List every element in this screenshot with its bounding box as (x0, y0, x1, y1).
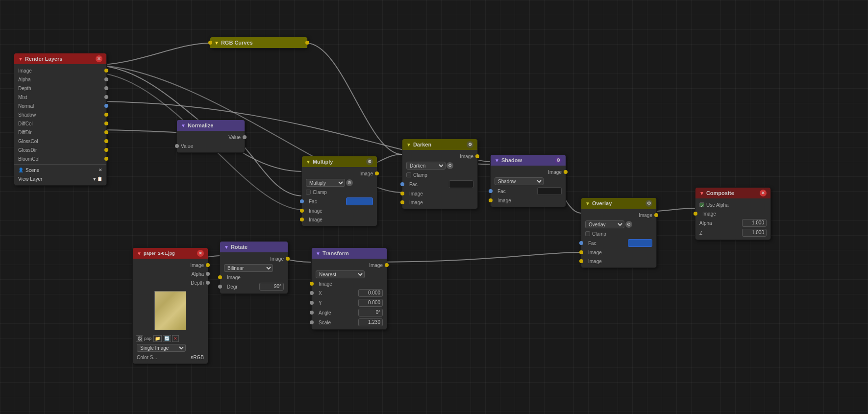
multiply-blend-icon[interactable]: ⚙ (346, 179, 353, 186)
multiply-clamp-checkbox[interactable] (306, 190, 311, 195)
output-alpha-socket[interactable] (104, 77, 108, 81)
output-glosscol-socket[interactable] (104, 139, 108, 143)
overlay-options-icon[interactable]: ⚙ (645, 200, 652, 207)
paper-btn1[interactable]: 📁 (153, 335, 162, 342)
paper-btn3[interactable]: ✕ (172, 335, 179, 342)
paper-btn2[interactable]: 🔄 (163, 335, 171, 342)
darken-fac-socket[interactable] (400, 182, 404, 186)
overlay-blend-icon[interactable]: ⚙ (625, 221, 632, 228)
multiply-clamp-row: Clamp (302, 188, 377, 196)
output-image-socket[interactable] (104, 69, 108, 73)
multiply-image3-socket[interactable] (300, 218, 304, 221)
darken-blend-dropdown[interactable]: Darken (406, 162, 446, 170)
shadow-image2-socket[interactable] (489, 198, 493, 202)
darken-image2-socket[interactable] (400, 192, 404, 195)
transform-y-socket[interactable] (310, 301, 314, 305)
output-shadow-socket[interactable] (104, 113, 108, 117)
darken-output-socket[interactable] (475, 154, 479, 158)
overlay-fac-label: Fac (588, 241, 628, 246)
composite-close-icon[interactable]: ✕ (760, 190, 767, 196)
scene-close-icon[interactable]: ✕ (99, 168, 102, 172)
paper-image-label: Image (137, 263, 204, 268)
transform-output-socket[interactable] (385, 263, 389, 267)
transform-angle-socket[interactable] (310, 311, 314, 315)
rotate-node: ▼ Rotate Image Bilinear Image Degr 90° (220, 241, 288, 294)
output-depth-row: Depth (14, 84, 106, 93)
overlay-image2-socket[interactable] (579, 250, 583, 254)
multiply-options-icon[interactable]: ⚙ (366, 158, 373, 165)
output-bloomcol-socket[interactable] (104, 157, 108, 161)
output-bloomcol-row: BloomCol (14, 154, 106, 163)
paper-source-dropdown[interactable]: Single Image (137, 344, 186, 352)
transform-x-socket[interactable] (310, 291, 314, 295)
paper-icon1[interactable]: 🖼 (136, 335, 143, 342)
scene-row: 👤 Scene ✕ (14, 166, 106, 174)
rgb-curves-node: ▼ RGB Curves (210, 37, 308, 49)
transform-filter-dropdown[interactable]: Nearest (316, 270, 365, 278)
multiply-image2-label: Image (309, 208, 373, 214)
darken-image3-socket[interactable] (400, 200, 404, 204)
shadow-shadow-dropdown[interactable]: Shadow (495, 177, 544, 185)
output-diffdir-socket[interactable] (104, 130, 108, 134)
multiply-image2-row: Image (302, 206, 377, 215)
paper-image-socket[interactable] (206, 263, 210, 267)
rgb-curves-input-socket[interactable] (208, 41, 212, 45)
multiply-fac-input[interactable]: 0.228 (346, 197, 373, 205)
output-normal-socket[interactable] (104, 104, 108, 108)
rgb-curves-output-socket[interactable] (305, 41, 309, 45)
shadow-fac-socket[interactable] (489, 189, 493, 193)
output-glossdir-socket[interactable] (104, 148, 108, 152)
overlay-output-socket[interactable] (654, 213, 658, 217)
paper-image-close-icon[interactable]: ✕ (197, 250, 204, 257)
output-depth-socket[interactable] (104, 86, 108, 90)
overlay-image3-socket[interactable] (579, 259, 583, 263)
rotate-output-socket[interactable] (286, 257, 290, 261)
transform-image-socket[interactable] (310, 282, 314, 286)
view-layer-icon[interactable]: 📋 (97, 176, 102, 181)
multiply-fac-socket[interactable] (300, 199, 304, 203)
output-image-row: Image (14, 66, 106, 75)
transform-scale-socket[interactable] (310, 320, 314, 324)
overlay-fac-socket[interactable] (579, 241, 583, 245)
multiply-fac-label: Fac (309, 199, 346, 204)
shadow-fac-input[interactable]: 0.100 (537, 187, 562, 195)
output-normal-label: Normal (18, 103, 102, 109)
output-diffcol-socket[interactable] (104, 122, 108, 125)
output-glossdir-label: GlossDir (18, 147, 102, 153)
darken-clamp-checkbox[interactable] (406, 172, 411, 177)
multiply-image2-socket[interactable] (300, 209, 304, 213)
overlay-image2-label: Image (588, 250, 652, 255)
multiply-image-top: Image (302, 169, 377, 178)
rotate-degr-socket[interactable] (218, 285, 222, 289)
overlay-fac-input[interactable]: 0.843 (628, 239, 652, 247)
multiply-image-top-socket[interactable] (375, 171, 379, 175)
shadow-fac-row: Fac 0.100 (491, 186, 566, 196)
paper-depth-socket[interactable] (206, 281, 210, 285)
multiply-blend-dropdown[interactable]: Multiply (306, 179, 345, 187)
shadow-output-socket[interactable] (564, 170, 568, 174)
composite-image-socket[interactable] (694, 212, 697, 216)
output-glosscol-label: GlossCol (18, 139, 102, 144)
darken-body: Image Darken ⚙ Clamp Fac 0.100 Image Ima… (402, 150, 477, 209)
overlay-clamp-checkbox[interactable] (585, 231, 590, 236)
darken-blend-icon[interactable]: ⚙ (446, 162, 453, 169)
render-layers-close-icon[interactable]: ✕ (96, 55, 102, 62)
normalize-value-socket[interactable] (243, 135, 247, 139)
darken-image3-label: Image (409, 200, 473, 205)
shadow-options-icon[interactable]: ⚙ (555, 157, 562, 164)
overlay-blend-row: Overlay ⚙ (581, 219, 656, 229)
render-layers-header: ▼ Render Layers ✕ (14, 53, 106, 64)
paper-alpha-socket[interactable] (206, 272, 210, 276)
normalize-output-socket[interactable] (175, 144, 179, 148)
view-layer-dropdown-icon[interactable]: ▾ (93, 176, 96, 182)
paper-filename: pap (144, 336, 151, 341)
render-layers-title: Render Layers (25, 56, 96, 62)
darken-options-icon[interactable]: ⚙ (467, 141, 473, 148)
darken-fac-input[interactable]: 0.100 (449, 180, 473, 188)
rotate-image-socket[interactable] (218, 275, 222, 279)
output-alpha-row: Alpha (14, 75, 106, 84)
composite-use-alpha-checkbox[interactable]: ✓ (699, 202, 704, 207)
output-mist-socket[interactable] (104, 95, 108, 99)
rotate-filter-dropdown[interactable]: Bilinear (224, 264, 273, 272)
overlay-blend-dropdown[interactable]: Overlay (585, 220, 624, 228)
